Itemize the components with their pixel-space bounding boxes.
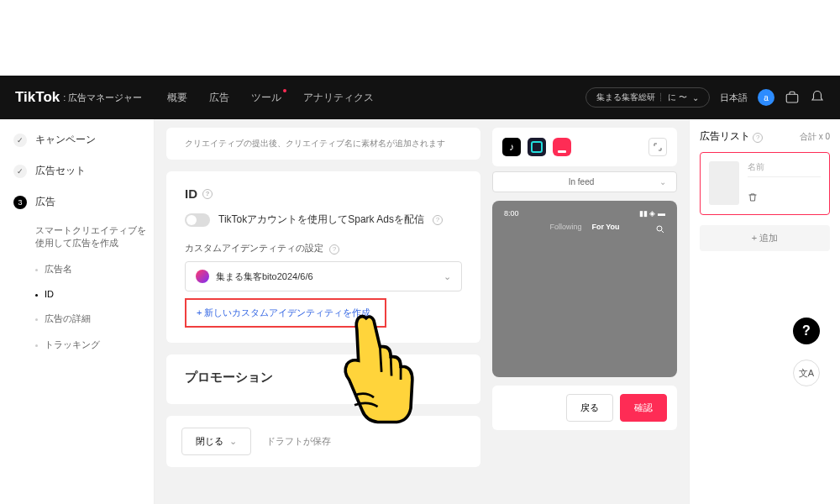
- ad-name-input[interactable]: 名前: [748, 161, 821, 177]
- sidebar-step-campaign[interactable]: ✓キャンペーン: [0, 124, 154, 155]
- info-icon[interactable]: ?: [329, 244, 339, 255]
- topbar: TikTok: 広告マネージャー 概要 広告 ツール アナリティクス 集まる集客…: [0, 76, 840, 119]
- spark-ads-label: TikTokアカウントを使用してSpark Adsを配信: [218, 213, 424, 227]
- add-ad-button[interactable]: + 追加: [700, 225, 830, 251]
- language-selector[interactable]: 日本語: [720, 92, 748, 104]
- svg-rect-0: [786, 94, 798, 102]
- help-fab[interactable]: ?: [793, 318, 820, 344]
- ad-thumbnail: [709, 161, 739, 205]
- promotion-title: プロモーション: [185, 370, 462, 386]
- preview-apps: ♪: [492, 128, 677, 166]
- account-pill[interactable]: 集まる集客総研 ┊ に 〜⌄: [585, 87, 710, 108]
- avatar[interactable]: a: [758, 89, 774, 106]
- back-button[interactable]: 戻る: [566, 394, 613, 422]
- search-icon: [655, 224, 665, 234]
- sidebar-sub-tracking[interactable]: トラッキング: [0, 332, 154, 358]
- info-icon[interactable]: ?: [433, 215, 443, 225]
- ad-list-title: 広告リスト ?: [700, 129, 763, 144]
- footer-row: 閉じる ⌄ ドラフトが保存: [166, 416, 480, 467]
- id-title: ID: [185, 186, 197, 201]
- confirm-button[interactable]: 確認: [620, 394, 667, 422]
- spark-ads-toggle[interactable]: [185, 213, 210, 227]
- ad-list-count: 合計 x 0: [800, 131, 830, 143]
- preview-column: ♪ In feed⌄ 8:00 ▮▮ ◈ ▬ Following For You: [492, 128, 677, 496]
- capcut-app-icon[interactable]: [528, 138, 546, 156]
- expand-icon[interactable]: [648, 138, 667, 156]
- sidebar: ✓キャンペーン ✓広告セット 3広告 スマートクリエイティブを使用して広告を作成…: [0, 119, 155, 504]
- chevron-down-icon: ⌄: [444, 271, 451, 282]
- ad-list-panel: 広告リスト ? 合計 x 0 名前 + 追加: [689, 119, 840, 504]
- tiktok-app-icon[interactable]: ♪: [502, 138, 521, 156]
- preview-placement-select[interactable]: In feed⌄: [492, 171, 677, 192]
- info-icon[interactable]: ?: [753, 133, 763, 143]
- creative-hint: クリエイティブの提出後、クリエイティブ名に素材名が追加されます: [185, 138, 462, 150]
- layout: ✓キャンペーン ✓広告セット 3広告 スマートクリエイティブを使用して広告を作成…: [0, 119, 840, 504]
- draft-status: ドラフトが保存: [266, 435, 331, 448]
- info-icon[interactable]: ?: [202, 189, 213, 199]
- translate-fab[interactable]: 文A: [793, 360, 820, 386]
- nav-analytics[interactable]: アナリティクス: [303, 91, 374, 105]
- trash-icon[interactable]: [748, 192, 758, 202]
- nav-overview[interactable]: 概要: [167, 91, 187, 105]
- nav-ads[interactable]: 広告: [209, 91, 229, 105]
- sidebar-sub-id[interactable]: ID: [0, 282, 154, 306]
- signal-icon: ▮▮ ◈ ▬: [639, 209, 665, 218]
- sidebar-sub-addetail[interactable]: 広告の詳細: [0, 306, 154, 332]
- briefcase-icon[interactable]: [785, 90, 800, 105]
- sidebar-sub-smartcreative[interactable]: スマートクリエイティブを使用して広告を作成: [0, 218, 154, 256]
- id-section-card: ID ? TikTokアカウントを使用してSpark Adsを配信 ? カスタム…: [166, 171, 480, 343]
- sidebar-step-adset[interactable]: ✓広告セット: [0, 155, 154, 186]
- sidebar-sub-adname[interactable]: 広告名: [0, 256, 154, 282]
- create-identity-link[interactable]: + 新しいカスタムアイデンティティを作成: [185, 298, 386, 328]
- close-button[interactable]: 閉じる ⌄: [181, 428, 251, 455]
- resso-app-icon[interactable]: [553, 138, 571, 156]
- identity-select[interactable]: 集まる集客bito2024/6/6 ⌄: [185, 261, 462, 291]
- bell-icon[interactable]: [810, 90, 825, 105]
- brand: TikTok: 広告マネージャー: [15, 89, 142, 106]
- svg-point-1: [657, 226, 662, 231]
- main-content: クリエイティブの提出後、クリエイティブ名に素材名が追加されます ID ? Tik…: [155, 119, 689, 504]
- top-nav: 概要 広告 ツール アナリティクス: [167, 91, 374, 105]
- identity-avatar-icon: [196, 270, 209, 283]
- promotion-card: プロモーション: [166, 354, 480, 404]
- phone-preview: 8:00 ▮▮ ◈ ▬ Following For You: [492, 201, 677, 377]
- ad-list-item[interactable]: 名前: [700, 152, 830, 215]
- sidebar-step-ad[interactable]: 3広告: [0, 186, 154, 218]
- nav-tools[interactable]: ツール: [251, 91, 281, 105]
